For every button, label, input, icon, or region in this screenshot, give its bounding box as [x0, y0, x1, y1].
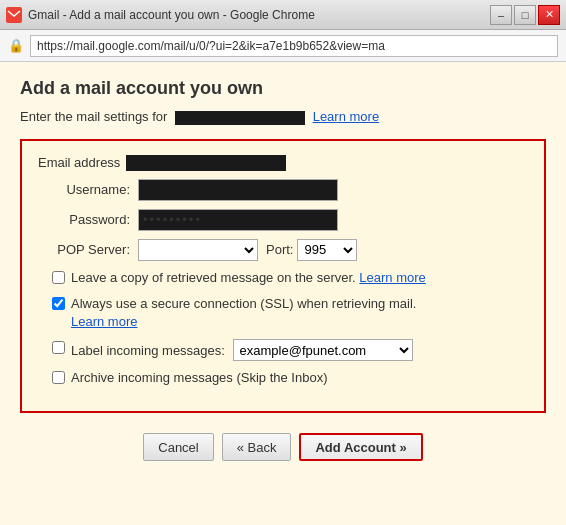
address-bar: 🔒 — [0, 30, 566, 62]
title-bar: Gmail - Add a mail account you own - Goo… — [0, 0, 566, 30]
minimize-button[interactable]: – — [490, 5, 512, 25]
pop-server-select[interactable] — [138, 239, 258, 261]
checkbox-archive[interactable] — [52, 371, 65, 384]
checkbox1-learn-more[interactable]: Learn more — [359, 270, 425, 285]
back-button[interactable]: « Back — [222, 433, 292, 461]
close-button[interactable]: ✕ — [538, 5, 560, 25]
pop-server-label: POP Server: — [38, 242, 138, 257]
checkbox-label[interactable] — [52, 341, 65, 354]
page-title: Add a mail account you own — [20, 78, 546, 99]
checkbox-ssl[interactable] — [52, 297, 65, 310]
email-address-label: Email address — [38, 155, 120, 170]
email-address-row: Email address — [38, 155, 528, 171]
port-select[interactable]: 995 — [297, 239, 357, 261]
label-select[interactable]: example@fpunet.com — [233, 339, 413, 361]
password-label: Password: — [38, 212, 138, 227]
url-input[interactable] — [30, 35, 558, 57]
username-row: Username: — [38, 179, 528, 201]
checkbox-ssl-text: Always use a secure connection (SSL) whe… — [71, 295, 528, 331]
add-account-button[interactable]: Add Account » — [299, 433, 422, 461]
pop-server-row: POP Server: Port: 995 — [38, 239, 528, 261]
checkbox-row-3: Label incoming messages: example@fpunet.… — [52, 339, 528, 361]
subtitle-text: Enter the mail settings for — [20, 109, 167, 124]
window-title: Gmail - Add a mail account you own - Goo… — [28, 8, 490, 22]
maximize-button[interactable]: □ — [514, 5, 536, 25]
checkbox-copy[interactable] — [52, 271, 65, 284]
subtitle-learn-more[interactable]: Learn more — [313, 109, 379, 124]
redacted-email — [175, 111, 305, 125]
checkbox-archive-text: Archive incoming messages (Skip the Inbo… — [71, 369, 528, 387]
username-label: Username: — [38, 182, 138, 197]
checkbox-row-4: Archive incoming messages (Skip the Inbo… — [52, 369, 528, 387]
checkbox-copy-text: Leave a copy of retrieved message on the… — [71, 269, 528, 287]
checkbox-row-1: Leave a copy of retrieved message on the… — [52, 269, 528, 287]
subtitle-row: Enter the mail settings for Learn more — [20, 109, 546, 125]
form-box: Email address Username: Password: POP Se… — [20, 139, 546, 414]
checkbox-section: Leave a copy of retrieved message on the… — [52, 269, 528, 388]
buttons-row: Cancel « Back Add Account » — [20, 433, 546, 461]
checkbox-label-text: Label incoming messages: example@fpunet.… — [71, 339, 528, 361]
username-input[interactable] — [138, 179, 338, 201]
checkbox2-learn-more[interactable]: Learn more — [71, 314, 137, 329]
svg-rect-0 — [6, 7, 22, 23]
checkbox-row-2: Always use a secure connection (SSL) whe… — [52, 295, 528, 331]
app-icon — [6, 7, 22, 23]
cancel-button[interactable]: Cancel — [143, 433, 213, 461]
window-controls: – □ ✕ — [490, 5, 560, 25]
main-content: Add a mail account you own Enter the mai… — [0, 62, 566, 525]
port-label: Port: — [266, 242, 293, 257]
password-input[interactable] — [138, 209, 338, 231]
email-address-redacted — [126, 155, 286, 171]
lock-icon: 🔒 — [8, 38, 24, 53]
password-row: Password: — [38, 209, 528, 231]
